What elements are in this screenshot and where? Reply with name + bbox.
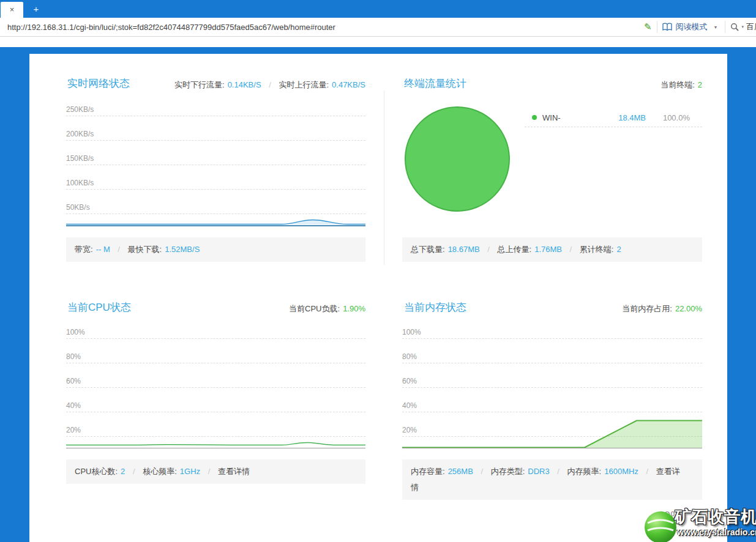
memory-chart: 100% 80% 60% 40% 20% [402, 324, 702, 448]
network-info-bar: 带宽:-- M / 最快下载:1.52MB/S [66, 237, 365, 262]
memory-type-label: 内存类型: [491, 467, 525, 476]
network-traffic-line [66, 209, 365, 225]
down-traffic-label: 实时下行流量: [174, 80, 225, 89]
current-devices-value: 2 [698, 80, 702, 89]
y-tick-label: 100% [402, 328, 421, 336]
total-devices-label: 累计终端: [580, 245, 614, 254]
total-download-label: 总下载量: [411, 245, 445, 254]
cpu-detail-link[interactable]: 查看详情 [218, 467, 250, 476]
separator: / [487, 245, 490, 254]
network-panel-title: 实时网络状态 [67, 76, 130, 92]
traffic-pie-chart [404, 106, 511, 212]
devices-panel-title: 终端流量统计 [404, 76, 466, 92]
y-tick-label: 60% [402, 377, 417, 385]
y-tick-label: 20% [66, 426, 81, 434]
total-upload-label: 总上传量: [498, 245, 532, 254]
total-upload-value: 1.76MB [534, 245, 562, 254]
network-chart: 250KB/s 200KB/s 150KB/s 100KB/s 50KB/s [66, 101, 365, 226]
gridline [66, 189, 365, 190]
gridline [66, 363, 365, 363]
cpu-load-stat: 当前CPU负载:1.90% [289, 303, 365, 315]
memory-info-bar: 内存容量:256MB / 内存类型:DDR3 / 内存频率:1600MHz / … [402, 459, 702, 500]
y-tick-label: 100% [66, 328, 85, 336]
device-legend-row[interactable]: WIN- 18.4MB 100.0% [525, 108, 702, 127]
total-devices-value: 2 [616, 245, 621, 254]
cpu-cores-label: CPU核心数: [75, 467, 118, 476]
new-tab-button[interactable]: + [29, 3, 43, 15]
gridline [402, 363, 702, 363]
memory-freq-value: 1600MHz [604, 467, 638, 476]
cpu-load-line [66, 438, 365, 448]
y-tick-label: 40% [402, 401, 417, 410]
watermark-url: www.crystalradio.cn [677, 527, 756, 537]
memory-size-value: 256MB [448, 467, 473, 476]
bandwidth-value: -- M [96, 245, 110, 254]
memory-type-value: DDR3 [528, 467, 549, 476]
y-tick-label: 100KB/s [66, 179, 94, 187]
device-percent: 100.0% [646, 113, 690, 122]
separator: / [208, 467, 211, 476]
memory-usage-stat: 当前内存占用:22.00% [622, 303, 702, 315]
gridline [66, 338, 365, 339]
memory-usage-value: 22.00% [675, 304, 702, 313]
dashboard-card: 实时网络状态 实时下行流量:0.14KB/S / 实时上行流量:0.47KB/S… [29, 54, 727, 542]
address-input[interactable]: http://192.168.31.1/cgi-bin/luci/;stok=f… [7, 23, 335, 32]
gridline [66, 436, 365, 437]
cpu-load-label: 当前CPU负载: [289, 304, 340, 313]
crystalradio-logo-icon [644, 511, 677, 542]
cpu-cores-value: 2 [121, 467, 125, 476]
separator: / [481, 467, 483, 476]
memory-freq-label: 内存频率: [567, 467, 602, 476]
device-traffic: 18.4MB [618, 113, 646, 122]
separator: / [269, 80, 271, 89]
memory-panel-title: 当前内存状态 [404, 300, 466, 316]
device-name: WIN- [542, 113, 561, 122]
max-download-label: 最快下载: [128, 245, 162, 254]
divider [725, 21, 725, 33]
cpu-load-value: 1.90% [343, 304, 365, 313]
y-tick-label: 200KB/s [66, 130, 94, 138]
panel-divider [384, 91, 384, 265]
total-download-value: 18.67MB [448, 245, 480, 254]
search-engine-label: 百度 [746, 21, 756, 32]
gridline [66, 412, 365, 412]
bandwidth-label: 带宽: [75, 245, 93, 254]
current-devices-stat: 当前终端:2 [661, 79, 702, 91]
reading-mode-button[interactable]: 阅读模式 ▼ [662, 21, 720, 32]
search-dropdown-icon[interactable]: ▾ [741, 24, 744, 29]
search-icon [730, 23, 739, 31]
gridline [66, 116, 365, 116]
search-box[interactable]: ▾ 百度 [730, 21, 756, 32]
gridline [66, 387, 365, 388]
devices-info-bar: 总下载量:18.67MB / 总上传量:1.76MB / 累计终端:2 [402, 237, 702, 262]
cpu-chart: 100% 80% 60% 40% 20% [66, 324, 365, 448]
browser-titlebar: × + [0, 0, 756, 18]
cpu-info-bar: CPU核心数:2 / 核心频率:1GHz / 查看详情 [66, 459, 365, 484]
gridline [402, 387, 702, 388]
address-bar-actions: ✎ 阅读模式 ▼ ▾ 百度 [644, 18, 756, 36]
down-traffic-value: 0.14KB/S [228, 80, 261, 89]
cpu-freq-label: 核心频率: [143, 467, 177, 476]
y-tick-label: 60% [66, 377, 81, 385]
close-tab-icon[interactable]: × [10, 5, 15, 14]
reading-mode-label: 阅读模式 [676, 21, 708, 32]
y-tick-label: 80% [66, 352, 81, 361]
separator: / [570, 245, 572, 254]
divider [657, 21, 657, 33]
pen-icon[interactable]: ✎ [644, 21, 652, 32]
book-icon [662, 23, 672, 31]
current-devices-label: 当前终端: [661, 80, 695, 89]
dropdown-icon[interactable]: ▼ [714, 25, 718, 29]
address-bar: http://192.168.31.1/cgi-bin/luci/;stok=f… [0, 18, 756, 37]
gridline [402, 338, 702, 339]
memory-usage-area [402, 417, 702, 448]
y-tick-label: 80% [402, 352, 417, 361]
watermark-title: 矿石收音机 [675, 506, 756, 528]
up-traffic-label: 实时上行流量: [279, 80, 329, 89]
y-tick-label: 40% [66, 401, 81, 410]
cpu-panel-title: 当前CPU状态 [67, 300, 131, 316]
gridline [66, 165, 365, 165]
favorites-bar [0, 37, 756, 47]
browser-tab[interactable]: × [1, 2, 23, 18]
separator: / [118, 245, 120, 254]
